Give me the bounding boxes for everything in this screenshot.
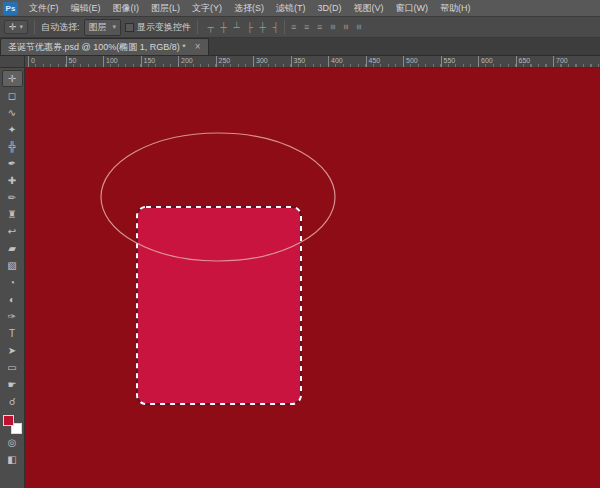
- eraser-tool[interactable]: ▰: [2, 240, 23, 257]
- auto-select-label: 自动选择:: [41, 21, 80, 34]
- canvas[interactable]: [25, 68, 600, 488]
- align-distribute-buttons: ┬┼┴├┼┤≡≡≡≡≡≡: [204, 20, 365, 34]
- menu-edit[interactable]: 编辑(E): [65, 0, 107, 16]
- eyedropper-tool[interactable]: ✒: [2, 155, 23, 172]
- zoom-tool[interactable]: ☌: [2, 393, 23, 410]
- blur-tool[interactable]: ◔: [2, 274, 23, 291]
- pen-tool[interactable]: ✑: [2, 308, 23, 325]
- align-horizontal-centers-icon[interactable]: ┼: [256, 20, 269, 34]
- coupon-rectangle-shape[interactable]: [137, 207, 301, 404]
- ruler-label: 250: [216, 56, 231, 67]
- menu-type[interactable]: 文字(Y): [186, 0, 228, 16]
- lasso-tool[interactable]: ∿: [2, 104, 23, 121]
- ruler-corner: [0, 56, 25, 67]
- distribute-left-edges-icon[interactable]: ≡: [326, 21, 340, 34]
- align-left-edges-icon[interactable]: ├: [243, 20, 256, 34]
- menu-items: 文件(F)编辑(E)图像(I)图层(L)文字(Y)选择(S)滤镜(T)3D(D)…: [23, 0, 477, 16]
- tool-palette: ✛◻∿✦╬✒✚✏♜↩▰▧◔◐✑T➤▭☛☌◎◧: [0, 68, 25, 488]
- hand-tool[interactable]: ☛: [2, 376, 23, 393]
- chevron-down-icon: ▾: [113, 23, 117, 31]
- ruler-label: 150: [141, 56, 156, 67]
- ruler-row: 0501001502002503003504004505005506006507…: [0, 56, 600, 68]
- distribute-right-edges-icon[interactable]: ≡: [352, 21, 366, 34]
- foreground-color-swatch[interactable]: [3, 415, 14, 426]
- ruler-label: 500: [403, 56, 418, 67]
- document-tab-bar: 圣诞节优惠券.psd @ 100%(椭圆 1, RGB/8) * ×: [0, 38, 600, 56]
- marquee-tool[interactable]: ◻: [2, 87, 23, 104]
- distribute-bottom-edges-icon[interactable]: ≡: [313, 20, 326, 34]
- options-bar: ✛ ▾ 自动选择: 图层 ▾ 显示变换控件 ┬┼┴├┼┤≡≡≡≡≡≡: [0, 17, 600, 38]
- menu-3d[interactable]: 3D(D): [312, 0, 348, 16]
- ruler-label: 50: [66, 56, 77, 67]
- screen-mode-button[interactable]: ◧: [2, 451, 23, 468]
- menu-help[interactable]: 帮助(H): [434, 0, 477, 16]
- tool-preset-dropdown[interactable]: ✛ ▾: [4, 20, 28, 34]
- align-bottom-edges-icon[interactable]: ┴: [230, 20, 243, 34]
- distribute-horizontal-centers-icon[interactable]: ≡: [339, 21, 353, 34]
- document-artwork[interactable]: [25, 68, 600, 488]
- type-tool[interactable]: T: [2, 325, 23, 342]
- menu-view[interactable]: 视图(V): [348, 0, 390, 16]
- chevron-down-icon: ▾: [20, 23, 24, 31]
- auto-select-value: 图层: [89, 21, 107, 34]
- ruler-label: 550: [441, 56, 456, 67]
- menu-filter[interactable]: 滤镜(T): [270, 0, 312, 16]
- dodge-tool[interactable]: ◐: [2, 291, 23, 308]
- workspace: ✛◻∿✦╬✒✚✏♜↩▰▧◔◐✑T➤▭☛☌◎◧: [0, 68, 600, 488]
- ruler-label: 0: [28, 56, 35, 67]
- menu-image[interactable]: 图像(I): [107, 0, 146, 16]
- ruler-label: 600: [478, 56, 493, 67]
- move-tool-icon: ✛: [9, 22, 17, 32]
- align-right-edges-icon[interactable]: ┤: [269, 20, 282, 34]
- separator: [284, 20, 285, 34]
- separator: [34, 20, 35, 34]
- ruler-label: 100: [103, 56, 118, 67]
- menu-layer[interactable]: 图层(L): [145, 0, 186, 16]
- ruler-label: 350: [291, 56, 306, 67]
- distribute-top-edges-icon[interactable]: ≡: [287, 20, 300, 34]
- history-brush-tool[interactable]: ↩: [2, 223, 23, 240]
- app-logo: Ps: [3, 2, 18, 15]
- menu-bar: Ps 文件(F)编辑(E)图像(I)图层(L)文字(Y)选择(S)滤镜(T)3D…: [0, 0, 600, 17]
- menu-select[interactable]: 选择(S): [228, 0, 270, 16]
- shape-tool[interactable]: ▭: [2, 359, 23, 376]
- crop-tool[interactable]: ╬: [2, 138, 23, 155]
- show-transform-checkbox[interactable]: 显示变换控件: [125, 21, 191, 34]
- move-tool[interactable]: ✛: [2, 70, 23, 87]
- align-top-edges-icon[interactable]: ┬: [204, 20, 217, 34]
- healing-brush-tool[interactable]: ✚: [2, 172, 23, 189]
- show-transform-label: 显示变换控件: [137, 21, 191, 34]
- quick-mask-button[interactable]: ◎: [2, 434, 23, 451]
- checkbox-box[interactable]: [125, 23, 134, 32]
- ruler-label: 300: [253, 56, 268, 67]
- separator: [197, 20, 198, 34]
- align-vertical-centers-icon[interactable]: ┼: [217, 20, 230, 34]
- photoshop-window: Ps 文件(F)编辑(E)图像(I)图层(L)文字(Y)选择(S)滤镜(T)3D…: [0, 0, 600, 488]
- ruler-label: 700: [553, 56, 568, 67]
- color-swatches: [3, 415, 22, 434]
- ruler-label: 650: [516, 56, 531, 67]
- close-icon[interactable]: ×: [195, 42, 201, 52]
- clone-stamp-tool[interactable]: ♜: [2, 206, 23, 223]
- path-selection-tool[interactable]: ➤: [2, 342, 23, 359]
- ruler-label: 200: [178, 56, 193, 67]
- quick-selection-tool[interactable]: ✦: [2, 121, 23, 138]
- ruler-label: 400: [328, 56, 343, 67]
- horizontal-ruler[interactable]: 0501001502002503003504004505005506006507…: [25, 56, 600, 67]
- gradient-tool[interactable]: ▧: [2, 257, 23, 274]
- document-tab[interactable]: 圣诞节优惠券.psd @ 100%(椭圆 1, RGB/8) * ×: [0, 38, 209, 55]
- menu-file[interactable]: 文件(F): [23, 0, 65, 16]
- distribute-vertical-centers-icon[interactable]: ≡: [300, 20, 313, 34]
- document-title: 圣诞节优惠券.psd @ 100%(椭圆 1, RGB/8) *: [8, 41, 186, 54]
- menu-window[interactable]: 窗口(W): [390, 0, 435, 16]
- brush-tool[interactable]: ✏: [2, 189, 23, 206]
- auto-select-dropdown[interactable]: 图层 ▾: [84, 19, 122, 36]
- ruler-label: 450: [366, 56, 381, 67]
